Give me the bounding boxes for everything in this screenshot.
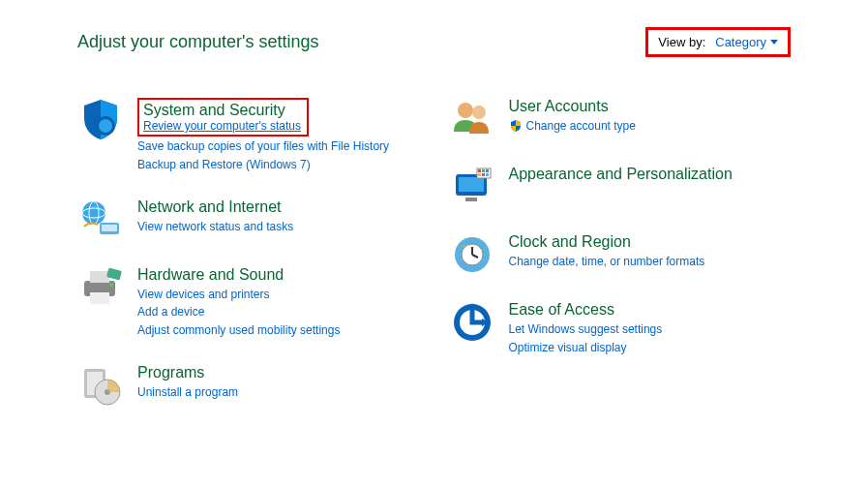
category-title[interactable]: User Accounts (509, 98, 609, 115)
svg-rect-20 (465, 198, 477, 201)
category-title[interactable]: Network and Internet (137, 198, 282, 216)
category-link[interactable]: Change date, time, or number formats (509, 254, 705, 270)
svg-point-17 (472, 106, 486, 119)
viewby-value: Category (715, 35, 766, 49)
category-clock-region: Clock and Region Change date, time, or n… (449, 231, 792, 278)
category-system-security: System and Security Review your computer… (77, 96, 420, 175)
svg-point-2 (82, 201, 105, 225)
category-appearance: Appearance and Personalization (449, 164, 792, 210)
category-link[interactable]: Backup and Restore (Windows 7) (137, 157, 389, 173)
page-title: Adjust your computer's settings (77, 32, 319, 52)
viewby-highlight: View by: Category (645, 27, 791, 57)
chevron-down-icon (770, 40, 778, 45)
svg-point-1 (99, 119, 112, 133)
globe-network-icon[interactable] (77, 197, 124, 243)
category-link[interactable]: Adjust commonly used mobility settings (137, 322, 340, 339)
category-link[interactable]: Optimize visual display (509, 340, 663, 356)
category-title[interactable]: Hardware and Sound (137, 266, 284, 284)
svg-rect-27 (486, 173, 489, 176)
category-link[interactable]: View devices and printers (137, 287, 340, 303)
category-link[interactable]: Uninstall a program (137, 384, 238, 401)
uac-shield-icon (509, 119, 523, 136)
svg-rect-9 (90, 292, 109, 304)
viewby-dropdown[interactable]: Category (715, 35, 778, 49)
category-title[interactable]: Programs (137, 364, 204, 381)
category-link[interactable]: Review your computer's status (143, 119, 301, 133)
clock-globe-icon[interactable] (449, 231, 495, 278)
printer-icon[interactable] (77, 264, 124, 311)
category-hardware: Hardware and Sound View devices and prin… (77, 264, 420, 341)
svg-rect-25 (478, 173, 481, 176)
accessibility-icon[interactable] (449, 299, 495, 346)
monitor-palette-icon[interactable] (449, 164, 495, 210)
users-icon[interactable] (449, 96, 495, 142)
svg-rect-26 (482, 173, 485, 176)
category-title[interactable]: Ease of Access (509, 301, 614, 319)
viewby-label: View by: (658, 35, 705, 49)
svg-rect-23 (482, 169, 485, 172)
category-link[interactable]: Save backup copies of your files with Fi… (137, 138, 389, 155)
category-title[interactable]: System and Security (143, 102, 285, 119)
category-title[interactable]: Clock and Region (509, 233, 631, 251)
svg-rect-22 (478, 169, 481, 172)
category-link[interactable]: Let Windows suggest settings (509, 321, 663, 338)
category-link[interactable]: View network status and tasks (137, 219, 293, 235)
category-network: Network and Internet View network status… (77, 197, 420, 243)
system-security-highlight: System and Security Review your computer… (137, 98, 309, 137)
svg-point-10 (109, 283, 113, 287)
svg-rect-24 (486, 169, 489, 172)
category-link[interactable]: Change account type (526, 118, 636, 135)
svg-rect-19 (459, 177, 484, 192)
svg-point-16 (458, 103, 473, 118)
category-link[interactable]: Add a device (137, 304, 340, 320)
category-user-accounts: User Accounts Change account type (449, 96, 792, 142)
svg-rect-6 (102, 225, 117, 231)
category-title[interactable]: Appearance and Personalization (509, 166, 733, 183)
svg-rect-8 (90, 271, 109, 283)
category-ease-of-access: Ease of Access Let Windows suggest setti… (449, 299, 792, 358)
disc-box-icon[interactable] (77, 362, 124, 409)
category-programs: Programs Uninstall a program (77, 362, 420, 409)
shield-icon[interactable] (77, 96, 124, 142)
